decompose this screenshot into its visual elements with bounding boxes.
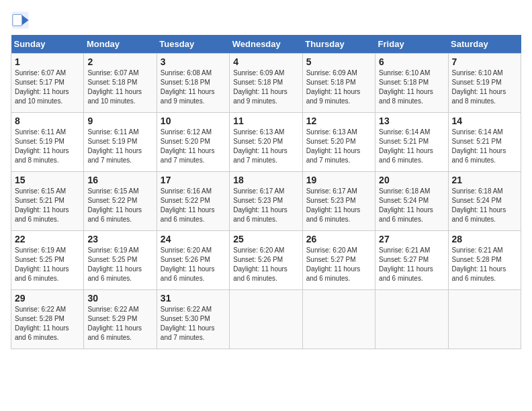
calendar-cell: 17Sunrise: 6:16 AM Sunset: 5:22 PM Dayli… — [157, 172, 229, 231]
calendar-cell: 14Sunrise: 6:14 AM Sunset: 5:21 PM Dayli… — [448, 113, 521, 172]
day-header-saturday: Saturday — [448, 35, 521, 54]
calendar-week-row: 22Sunrise: 6:19 AM Sunset: 5:25 PM Dayli… — [11, 231, 521, 290]
day-info: Sunrise: 6:09 AM Sunset: 5:18 PM Dayligh… — [306, 68, 371, 106]
calendar-cell: 19Sunrise: 6:17 AM Sunset: 5:23 PM Dayli… — [302, 172, 375, 231]
calendar-cell: 29Sunrise: 6:22 AM Sunset: 5:28 PM Dayli… — [11, 290, 84, 349]
day-number: 24 — [161, 234, 226, 244]
day-info: Sunrise: 6:10 AM Sunset: 5:19 PM Dayligh… — [452, 68, 517, 106]
calendar-cell: 7Sunrise: 6:10 AM Sunset: 5:19 PM Daylig… — [448, 54, 521, 113]
calendar-header-row: SundayMondayTuesdayWednesdayThursdayFrid… — [11, 35, 521, 54]
calendar-cell: 10Sunrise: 6:12 AM Sunset: 5:20 PM Dayli… — [157, 113, 229, 172]
day-info: Sunrise: 6:14 AM Sunset: 5:21 PM Dayligh… — [379, 128, 444, 165]
page-header — [11, 11, 521, 30]
calendar-cell: 2Sunrise: 6:07 AM Sunset: 5:18 PM Daylig… — [84, 54, 157, 113]
day-info: Sunrise: 6:07 AM Sunset: 5:17 PM Dayligh… — [15, 68, 80, 106]
day-number: 19 — [306, 175, 371, 185]
day-number: 30 — [87, 293, 152, 304]
day-number: 8 — [15, 116, 80, 126]
calendar-cell — [230, 290, 302, 349]
day-info: Sunrise: 6:14 AM Sunset: 5:21 PM Dayligh… — [452, 128, 517, 165]
day-info: Sunrise: 6:15 AM Sunset: 5:22 PM Dayligh… — [87, 187, 152, 224]
logo — [11, 11, 32, 30]
day-header-thursday: Thursday — [302, 35, 375, 54]
day-info: Sunrise: 6:18 AM Sunset: 5:24 PM Dayligh… — [452, 187, 517, 224]
day-number: 17 — [161, 175, 226, 185]
day-info: Sunrise: 6:18 AM Sunset: 5:24 PM Dayligh… — [379, 187, 444, 224]
calendar-week-row: 1Sunrise: 6:07 AM Sunset: 5:17 PM Daylig… — [11, 54, 521, 113]
day-info: Sunrise: 6:21 AM Sunset: 5:27 PM Dayligh… — [379, 246, 444, 283]
calendar-cell: 12Sunrise: 6:13 AM Sunset: 5:20 PM Dayli… — [302, 113, 375, 172]
day-number: 5 — [306, 56, 371, 67]
day-number: 21 — [452, 175, 517, 185]
calendar-cell: 9Sunrise: 6:11 AM Sunset: 5:19 PM Daylig… — [84, 113, 157, 172]
calendar-cell: 13Sunrise: 6:14 AM Sunset: 5:21 PM Dayli… — [375, 113, 448, 172]
calendar-cell: 21Sunrise: 6:18 AM Sunset: 5:24 PM Dayli… — [448, 172, 521, 231]
calendar-cell: 11Sunrise: 6:13 AM Sunset: 5:20 PM Dayli… — [230, 113, 302, 172]
calendar-cell: 30Sunrise: 6:22 AM Sunset: 5:29 PM Dayli… — [84, 290, 157, 349]
day-header-monday: Monday — [84, 35, 157, 54]
calendar-cell — [448, 290, 521, 349]
day-number: 31 — [161, 293, 226, 304]
day-info: Sunrise: 6:22 AM Sunset: 5:30 PM Dayligh… — [161, 305, 226, 342]
day-info: Sunrise: 6:12 AM Sunset: 5:20 PM Dayligh… — [161, 128, 226, 165]
calendar-cell: 16Sunrise: 6:15 AM Sunset: 5:22 PM Dayli… — [84, 172, 157, 231]
day-info: Sunrise: 6:22 AM Sunset: 5:28 PM Dayligh… — [15, 305, 80, 342]
day-info: Sunrise: 6:09 AM Sunset: 5:18 PM Dayligh… — [233, 68, 298, 106]
logo-icon — [11, 11, 30, 30]
calendar-table: SundayMondayTuesdayWednesdayThursdayFrid… — [11, 35, 521, 349]
calendar-cell: 24Sunrise: 6:20 AM Sunset: 5:26 PM Dayli… — [157, 231, 229, 290]
svg-rect-2 — [13, 15, 22, 26]
day-number: 6 — [379, 56, 444, 67]
calendar-cell — [375, 290, 448, 349]
calendar-cell: 26Sunrise: 6:20 AM Sunset: 5:27 PM Dayli… — [302, 231, 375, 290]
calendar-cell: 18Sunrise: 6:17 AM Sunset: 5:23 PM Dayli… — [230, 172, 302, 231]
calendar-cell: 8Sunrise: 6:11 AM Sunset: 5:19 PM Daylig… — [11, 113, 84, 172]
day-number: 3 — [161, 56, 226, 67]
day-info: Sunrise: 6:19 AM Sunset: 5:25 PM Dayligh… — [87, 246, 152, 283]
day-info: Sunrise: 6:20 AM Sunset: 5:26 PM Dayligh… — [161, 246, 226, 283]
day-number: 27 — [379, 234, 444, 244]
day-info: Sunrise: 6:15 AM Sunset: 5:21 PM Dayligh… — [15, 187, 80, 224]
day-info: Sunrise: 6:16 AM Sunset: 5:22 PM Dayligh… — [161, 187, 226, 224]
calendar-cell: 25Sunrise: 6:20 AM Sunset: 5:26 PM Dayli… — [230, 231, 302, 290]
day-header-wednesday: Wednesday — [230, 35, 302, 54]
day-info: Sunrise: 6:22 AM Sunset: 5:29 PM Dayligh… — [87, 305, 152, 342]
calendar-week-row: 8Sunrise: 6:11 AM Sunset: 5:19 PM Daylig… — [11, 113, 521, 172]
day-info: Sunrise: 6:07 AM Sunset: 5:18 PM Dayligh… — [87, 68, 152, 106]
day-number: 20 — [379, 175, 444, 185]
day-info: Sunrise: 6:10 AM Sunset: 5:18 PM Dayligh… — [379, 68, 444, 106]
day-number: 26 — [306, 234, 371, 244]
day-info: Sunrise: 6:08 AM Sunset: 5:18 PM Dayligh… — [161, 68, 226, 106]
day-number: 15 — [15, 175, 80, 185]
calendar-cell: 31Sunrise: 6:22 AM Sunset: 5:30 PM Dayli… — [157, 290, 229, 349]
day-info: Sunrise: 6:21 AM Sunset: 5:28 PM Dayligh… — [452, 246, 517, 283]
day-number: 18 — [233, 175, 298, 185]
day-number: 7 — [452, 56, 517, 67]
day-number: 25 — [233, 234, 298, 244]
day-number: 13 — [379, 116, 444, 126]
day-header-tuesday: Tuesday — [157, 35, 229, 54]
day-number: 10 — [161, 116, 226, 126]
day-info: Sunrise: 6:19 AM Sunset: 5:25 PM Dayligh… — [15, 246, 80, 283]
day-info: Sunrise: 6:11 AM Sunset: 5:19 PM Dayligh… — [15, 128, 80, 165]
day-info: Sunrise: 6:11 AM Sunset: 5:19 PM Dayligh… — [87, 128, 152, 165]
calendar-cell: 22Sunrise: 6:19 AM Sunset: 5:25 PM Dayli… — [11, 231, 84, 290]
day-info: Sunrise: 6:13 AM Sunset: 5:20 PM Dayligh… — [233, 128, 298, 165]
calendar-cell: 23Sunrise: 6:19 AM Sunset: 5:25 PM Dayli… — [84, 231, 157, 290]
day-number: 29 — [15, 293, 80, 304]
calendar-cell: 5Sunrise: 6:09 AM Sunset: 5:18 PM Daylig… — [302, 54, 375, 113]
calendar-cell: 15Sunrise: 6:15 AM Sunset: 5:21 PM Dayli… — [11, 172, 84, 231]
day-number: 28 — [452, 234, 517, 244]
day-number: 1 — [15, 56, 80, 67]
calendar-week-row: 15Sunrise: 6:15 AM Sunset: 5:21 PM Dayli… — [11, 172, 521, 231]
day-number: 11 — [233, 116, 298, 126]
day-number: 9 — [87, 116, 152, 126]
day-number: 12 — [306, 116, 371, 126]
calendar-week-row: 29Sunrise: 6:22 AM Sunset: 5:28 PM Dayli… — [11, 290, 521, 349]
day-info: Sunrise: 6:13 AM Sunset: 5:20 PM Dayligh… — [306, 128, 371, 165]
calendar-cell: 27Sunrise: 6:21 AM Sunset: 5:27 PM Dayli… — [375, 231, 448, 290]
day-number: 14 — [452, 116, 517, 126]
day-header-sunday: Sunday — [11, 35, 84, 54]
day-info: Sunrise: 6:17 AM Sunset: 5:23 PM Dayligh… — [306, 187, 371, 224]
day-number: 23 — [87, 234, 152, 244]
